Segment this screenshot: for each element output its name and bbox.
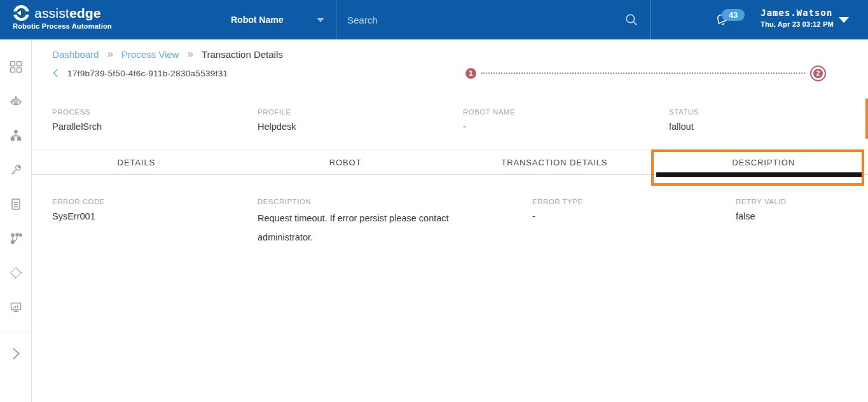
top-header: assistedge Robotic Process Automation Ro…: [0, 0, 868, 39]
search-icon[interactable]: [624, 12, 640, 28]
search-input[interactable]: [347, 0, 617, 39]
breadcrumb-current: Transaction Details: [202, 49, 283, 60]
tab-description[interactable]: DESCRIPTION: [659, 158, 868, 167]
user-name: James.Watson: [761, 8, 834, 18]
field-label: RETRY VALID: [736, 198, 868, 205]
field-label: PROFILE: [258, 108, 443, 116]
document-icon: [9, 197, 23, 211]
brand-subtitle: Robotic Process Automation: [13, 22, 112, 30]
robot-name-dropdown[interactable]: Robot Name: [216, 0, 336, 39]
field-value: fallout: [669, 121, 868, 132]
chevron-right-icon: [8, 346, 24, 361]
field-value: Helpdesk: [258, 121, 443, 132]
field-retry-valid: RETRY VALID false: [715, 198, 868, 247]
notification-count-badge: 43: [722, 9, 745, 21]
field-label: STATUS: [669, 108, 868, 116]
active-tab-underline: [656, 172, 863, 177]
sidebar-item-reports[interactable]: [0, 187, 31, 221]
field-value: -: [463, 121, 649, 132]
transaction-id: 17f9b739-5f50-4f6c-911b-2830a5539f31: [67, 69, 228, 78]
field-profile: PROFILE Helpdesk: [237, 108, 443, 132]
stepper-step-2[interactable]: 2: [810, 66, 826, 81]
tab-robot[interactable]: ROBOT: [241, 158, 450, 167]
sidebar-item-dashboard[interactable]: [0, 50, 31, 84]
grid-icon: [9, 60, 23, 74]
chip-icon: [9, 266, 23, 280]
tab-transaction-details[interactable]: TRANSACTION DETAILS: [450, 158, 659, 167]
field-label: PROCESS: [52, 108, 237, 116]
field-label: DESCRIPTION: [258, 198, 512, 205]
user-chevron-down-icon[interactable]: [839, 17, 849, 23]
header-divider: [336, 0, 336, 39]
field-label: ERROR TYPE: [532, 198, 715, 205]
branch-icon: [9, 232, 23, 246]
user-datetime: Thu, Apr 23 03:12 PM: [761, 20, 834, 28]
back-chevron-icon: [52, 69, 59, 78]
brand-text: assistedge: [34, 6, 101, 21]
sidebar-expand-button[interactable]: [0, 331, 31, 376]
sidebar-item-workflow[interactable]: [0, 221, 31, 256]
breadcrumb-separator-icon: »: [187, 48, 193, 60]
breadcrumb-separator-icon: »: [107, 48, 113, 60]
stepper-step-1[interactable]: 1: [465, 68, 476, 79]
sidebar-item-credentials[interactable]: [0, 153, 31, 187]
app-logo[interactable]: assistedge Robotic Process Automation: [13, 4, 112, 30]
field-value: SysErr001: [52, 211, 237, 221]
header-divider: [650, 0, 651, 39]
field-robot-name: ROBOT NAME -: [443, 108, 649, 132]
user-menu[interactable]: James.Watson Thu, Apr 23 03:12 PM: [761, 8, 834, 28]
progress-stepper: 1 2: [465, 61, 826, 85]
sidebar-item-robots[interactable]: [0, 84, 31, 118]
sidebar-item-process-view[interactable]: [0, 118, 31, 153]
description-panel: ERROR CODE SysErr001 DESCRIPTION Request…: [32, 175, 868, 247]
field-status: STATUS fallout: [649, 108, 868, 132]
field-label: ROBOT NAME: [463, 108, 649, 116]
field-value: false: [736, 211, 868, 221]
field-value: Request timeout. If error persist please…: [258, 209, 474, 247]
notifications-button[interactable]: 43: [713, 8, 747, 33]
transaction-summary: PROCESS ParallelSrch PROFILE Helpdesk RO…: [32, 85, 868, 149]
field-error-type: ERROR TYPE -: [512, 198, 715, 247]
sidebar-item-automation[interactable]: [0, 256, 31, 290]
assistedge-logo-icon: [13, 4, 30, 22]
field-value: -: [532, 211, 715, 221]
field-process: PROCESS ParallelSrch: [32, 108, 237, 132]
field-description: DESCRIPTION Request timeout. If error pe…: [237, 198, 512, 247]
chevron-down-icon: [317, 18, 324, 22]
monitor-chart-icon: [9, 300, 23, 314]
scrollbar-highlight[interactable]: [865, 99, 868, 139]
detail-tabs: DETAILS ROBOT TRANSACTION DETAILS DESCRI…: [32, 149, 868, 175]
breadcrumb: Dashboard » Process View » Transaction D…: [32, 39, 868, 61]
robot-dropdown-label: Robot Name: [231, 15, 283, 25]
back-button[interactable]: 17f9b739-5f50-4f6c-911b-2830a5539f31: [52, 69, 228, 78]
breadcrumb-process-view[interactable]: Process View: [121, 49, 179, 60]
transaction-id-row: 17f9b739-5f50-4f6c-911b-2830a5539f31 1 2: [32, 61, 868, 85]
hierarchy-icon: [9, 128, 23, 142]
main-content: Dashboard » Process View » Transaction D…: [32, 39, 868, 402]
sidebar-item-monitoring[interactable]: [0, 290, 31, 324]
key-icon: [9, 163, 23, 177]
sidebar: [0, 39, 32, 402]
breadcrumb-dashboard[interactable]: Dashboard: [52, 49, 99, 60]
stepper-connector: [481, 73, 805, 74]
field-error-code: ERROR CODE SysErr001: [32, 198, 237, 247]
robot-icon: [9, 94, 23, 108]
field-label: ERROR CODE: [52, 198, 237, 205]
field-value: ParallelSrch: [52, 121, 237, 132]
tab-details[interactable]: DETAILS: [32, 158, 241, 167]
